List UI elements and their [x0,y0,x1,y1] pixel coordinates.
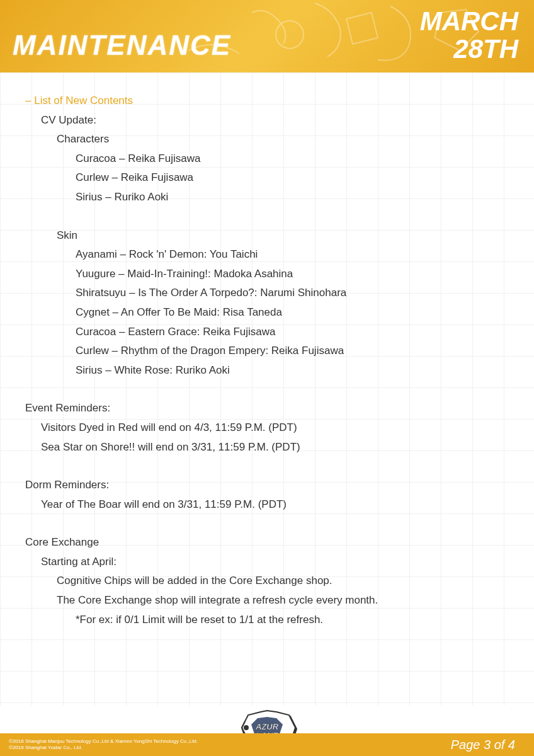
copyright-text: ©2018 Shanghai Manjuu Technology Co.,Ltd… [9,738,198,752]
character-item: Curacoa – Reika Fujisawa [25,149,509,169]
maintenance-date: MARCH 28TH [420,8,518,63]
skin-item: Curacoa – Eastern Grace: Reika Fujisawa [25,323,509,342]
maintenance-title: MAINTENANCE [13,30,231,61]
page-number: Page 3 of 4 [451,738,515,752]
copyright-line: ©2018 Shanghai Manjuu Technology Co.,Ltd… [9,738,198,745]
core-exchange-note: *For ex: if 0/1 Limit will be reset to 1… [25,610,509,630]
core-exchange-sub: Starting at April: [25,553,509,572]
skin-item: Ayanami – Rock 'n' Demon: You Taichi [25,245,509,265]
svg-text:AZUR: AZUR [255,722,279,731]
section-title: – List of New Contents [25,91,509,111]
date-day: 28TH [420,35,518,63]
event-reminder-item: Sea Star on Shore!! will end on 3/31, 11… [25,438,509,457]
date-month: MARCH [420,8,518,35]
copyright-line: ©2018 Shanghai Yostar Co., Ltd. [9,745,198,751]
character-item: Curlew – Reika Fujisawa [25,168,509,188]
character-item: Sirius – Ruriko Aoki [25,188,509,207]
core-exchange-label: Core Exchange [25,533,509,553]
footer: AZUR LANE ©2018 Shanghai Manjuu Technolo… [0,706,534,756]
svg-point-3 [244,725,249,730]
content-body: – List of New Contents CV Update: Charac… [0,72,534,706]
cv-update-label: CV Update: [25,111,509,130]
skin-item: Sirius – White Rose: Ruriko Aoki [25,361,509,381]
event-reminders-label: Event Reminders: [25,399,509,418]
skin-item: Shiratsuyu – Is The Order A Torpedo?: Na… [25,284,509,303]
skin-item: Yuugure – Maid-In-Training!: Madoka Asah… [25,265,509,284]
svg-point-0 [276,21,304,49]
core-exchange-item: The Core Exchange shop will integrate a … [25,591,509,610]
core-exchange-item: Cognitive Chips will be added in the Cor… [25,571,509,591]
skin-item: Cygnet – An Offer To Be Maid: Risa Taned… [25,303,509,323]
skin-label: Skin [25,226,509,246]
footer-bar: ©2018 Shanghai Manjuu Technology Co.,Ltd… [0,733,534,756]
characters-label: Characters [25,130,509,149]
dorm-reminder-item: Year of The Boar will end on 3/31, 11:59… [25,495,509,515]
event-reminder-item: Visitors Dyed in Red will end on 4/3, 11… [25,418,509,438]
header-banner: MAINTENANCE MARCH 28TH [0,0,534,72]
dorm-reminders-label: Dorm Reminders: [25,476,509,495]
skin-item: Curlew – Rhythm of the Dragon Empery: Re… [25,341,509,361]
